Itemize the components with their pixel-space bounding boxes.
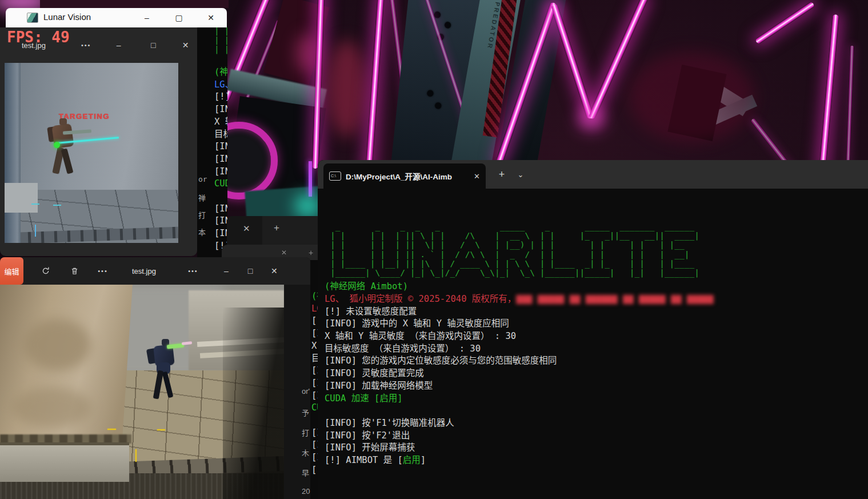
- terminal-line: [INFO] 按'F2'退出: [325, 430, 868, 442]
- fps-counter: FPS: 49: [7, 29, 70, 46]
- maximize-button[interactable]: ▢: [166, 8, 192, 27]
- terminal-tabbar: C:\ D:\MyProject\A_开源\AI-Aimb ✕ + ⌄: [318, 160, 868, 189]
- aim-mark-dash: [107, 429, 116, 430]
- close-button[interactable]: ✕: [174, 32, 197, 58]
- neon-tube-purple: [309, 161, 312, 197]
- neon-glow: [296, 33, 318, 74]
- occluded-text-fragment: 20: [302, 487, 310, 496]
- aim-mark-dash: [157, 429, 165, 430]
- aim-target-dot: [54, 142, 60, 148]
- terminal-line: X 轴和 Y 轴灵敏度 （来自游戏内设置） : 30: [214, 116, 227, 129]
- terminal-line: LG、 狐小明定制版 © 2025-2040 版权所有，▇▇▇ ▇▇▇▇▇ ▇▇…: [325, 293, 868, 306]
- occluded-text-fragment: 打: [302, 427, 310, 438]
- background-terminal-strip-right: (神经网络 Aimbot)LG、 狐小明定制版 © 2025-2040 版权所有…: [310, 260, 318, 499]
- new-tab-icon[interactable]: +: [274, 222, 279, 234]
- terminal-line: [INFO] 加载神经网络模型: [214, 166, 227, 178]
- terminal-line: [INFO] 按'F1'切换瞄准机器人: [214, 203, 227, 215]
- photo-pillar-texture: [11, 388, 91, 428]
- tab-dropdown-icon[interactable]: ⌄: [512, 160, 529, 189]
- photo-canvas: [0, 285, 284, 499]
- ascii-art-banner: _ _ _ _ _ _____ _ _____ _______ ______ |…: [330, 222, 868, 277]
- close-button[interactable]: ✕: [198, 8, 224, 27]
- aim-mark-dash: [31, 203, 39, 205]
- terminal-line: 目标敏感度 （来自游戏内设置） : 30: [214, 129, 227, 141]
- close-icon[interactable]: ✕: [281, 249, 287, 257]
- occluded-text-fragment: 木: [302, 447, 310, 458]
- terminal-line: [!] 未设置敏感度配置: [214, 91, 227, 103]
- occluded-text-fragment: or': [198, 175, 207, 183]
- terminal-line: [INFO] 灵敏度配置完成: [325, 368, 868, 380]
- photo-shadow: [223, 308, 284, 499]
- aim-mark-line: [135, 449, 137, 462]
- occluded-text-fragment: 打: [198, 209, 207, 220]
- aim-mark-line: [35, 225, 36, 237]
- photos-window: 编辑 ••• test.jpg ••• – □ ✕: [0, 257, 310, 499]
- minimize-button[interactable]: –: [214, 257, 238, 285]
- new-tab-icon[interactable]: +: [309, 248, 313, 257]
- minimize-button[interactable]: –: [134, 8, 160, 27]
- neon-glow: [629, 51, 754, 143]
- machinery-panel: [40, 0, 229, 8]
- preview-image: TARGETING: [5, 63, 178, 243]
- terminal-line: [325, 405, 868, 417]
- cmd-icon: C:\: [329, 171, 341, 181]
- terminal-line: X 轴和 Y 轴灵敏度 （来自游戏内设置） : 30: [325, 330, 868, 343]
- terminal-line: [214, 190, 227, 203]
- terminal-line: [INFO] 开始屏幕捕获: [214, 227, 227, 240]
- terminal-line: [INFO] 按'F1'切换瞄准机器人: [325, 417, 868, 430]
- occluded-text-fragment: 早: [302, 467, 310, 478]
- terminal-line: LG、 狐小明定制版 © 2025-2040 版权所有，▇▇▇ ▇▇▇▇▇ ▇▇…: [214, 79, 227, 91]
- close-icon[interactable]: ✕: [243, 223, 250, 234]
- terminal-line: (神经网络 Aimbot): [325, 281, 868, 293]
- occluded-text-fragment: or': [302, 387, 310, 396]
- edit-button[interactable]: 编辑: [0, 257, 23, 285]
- terminal-line: [!] AIMBOT 是 [启用]: [325, 454, 868, 467]
- rotate-button[interactable]: [31, 257, 60, 285]
- photo-pillar-base: [0, 442, 129, 482]
- terminal-body[interactable]: _ _ _ _ _ _____ _ _____ _______ ______ |…: [325, 189, 868, 499]
- occluded-text-fragment: 本: [198, 226, 207, 237]
- desktop: PREDATOR | | | | | || \ | | /\ | __ \ | …: [0, 0, 868, 499]
- occluded-text-fragment: 予: [302, 407, 310, 418]
- preview-soldier-head: [59, 118, 67, 125]
- preview-soldier-leg: [61, 148, 73, 174]
- terminal-line: [INFO] 游戏中的 X 轴和 Y 轴灵敏度应相同: [325, 318, 868, 330]
- delete-button[interactable]: [60, 257, 89, 285]
- window-title: Lunar Vision: [43, 12, 91, 22]
- terminal-tab[interactable]: C:\ D:\MyProject\A_开源\AI-Aimb ✕: [323, 163, 486, 189]
- terminal-line: CUDA 加速 [启用]: [214, 178, 227, 190]
- terminal-line: [!] 未设置敏感度配置: [325, 306, 868, 318]
- background-terminal-tabbar: ✕ +: [227, 216, 318, 245]
- aim-mark-dash: [53, 205, 61, 206]
- terminal-line: 目标敏感度 （来自游戏内设置） : 30: [325, 343, 868, 356]
- terminal-line: [INFO] 加载神经网络模型: [325, 380, 868, 393]
- terminal-line: CUDA 加速 [启用]: [325, 393, 868, 405]
- preview-window: test.jpg ••• – □ ✕ TARGETING: [0, 27, 197, 256]
- ascii-art-fragment: | | | | | || \ | | /\ | __ \ | | |_ _||_…: [214, 26, 227, 54]
- app-icon: [27, 13, 38, 23]
- terminal-line: [INFO] 按'F2'退出: [214, 215, 227, 227]
- maximize-button[interactable]: □: [238, 257, 262, 285]
- background-terminal-strip-left: | | | | | || \ | | /\ | __ \ | | |_ _||_…: [197, 23, 227, 257]
- terminal-line: [INFO] 开始屏幕捕获: [325, 442, 868, 454]
- neon-glow: [577, 109, 606, 131]
- neon-glow: [295, 194, 320, 217]
- photos-titlebar: 编辑 ••• test.jpg ••• – □ ✕: [0, 257, 310, 285]
- trash-icon: [70, 266, 79, 276]
- close-button[interactable]: ✕: [262, 257, 286, 285]
- preview-pillar-base: [5, 183, 38, 213]
- more-button[interactable]: •••: [89, 257, 117, 285]
- occluded-text-fragment: 禅: [198, 192, 207, 203]
- maximize-button[interactable]: □: [142, 32, 165, 58]
- terminal-line: [INFO] 游戏中的 X 轴和 Y 轴灵敏度应相同: [214, 103, 227, 116]
- rotate-icon: [41, 266, 50, 276]
- minimize-button[interactable]: –: [107, 32, 130, 58]
- more-button-secondary[interactable]: •••: [179, 257, 207, 285]
- more-button[interactable]: •••: [81, 42, 91, 49]
- tab-close-icon[interactable]: ✕: [474, 172, 480, 181]
- lunar-vision-window: Lunar Vision – ▢ ✕: [6, 8, 227, 27]
- new-tab-button[interactable]: +: [492, 160, 511, 189]
- terminal-line: (神经网络 Aimbot): [214, 66, 227, 79]
- preview-pillar: [5, 63, 21, 243]
- terminal-window: C:\ D:\MyProject\A_开源\AI-Aimb ✕ + ⌄ _ _ …: [318, 160, 868, 499]
